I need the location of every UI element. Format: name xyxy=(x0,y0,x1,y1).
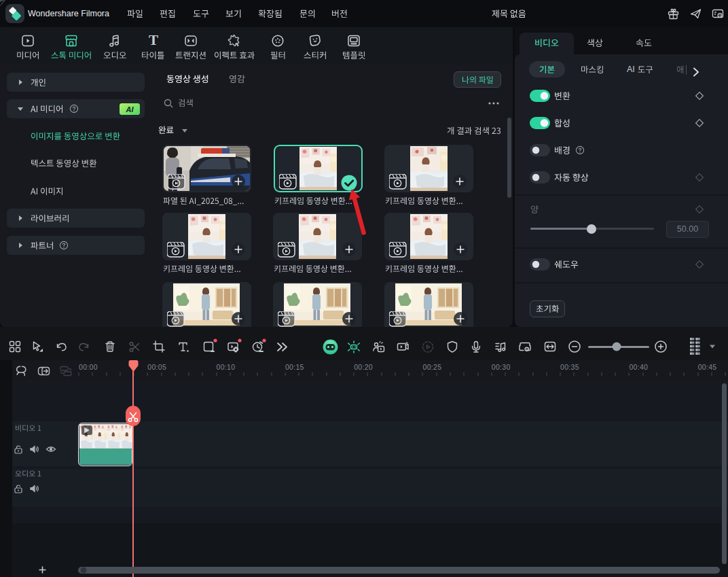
svg-text:AI: AI xyxy=(126,105,134,113)
